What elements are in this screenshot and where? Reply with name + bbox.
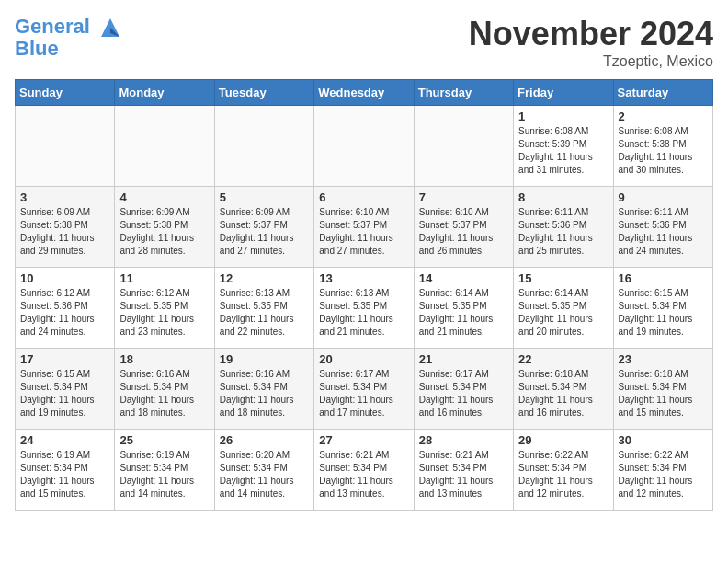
day-number: 21 [419, 352, 508, 366]
day-number: 12 [220, 271, 309, 285]
calendar-cell: 7Sunrise: 6:10 AMSunset: 5:37 PMDaylight… [414, 187, 513, 268]
calendar-week-row: 24Sunrise: 6:19 AMSunset: 5:34 PMDayligh… [16, 430, 713, 511]
day-number: 27 [319, 433, 408, 447]
calendar-day-header: Sunday [16, 80, 115, 106]
calendar-cell: 27Sunrise: 6:21 AMSunset: 5:34 PMDayligh… [314, 430, 414, 511]
day-info: Sunrise: 6:17 AMSunset: 5:34 PMDaylight:… [319, 368, 408, 419]
day-info: Sunrise: 6:19 AMSunset: 5:34 PMDaylight:… [20, 449, 109, 500]
logo: General Blue [15, 15, 123, 61]
day-number: 6 [319, 190, 408, 204]
calendar-cell: 19Sunrise: 6:16 AMSunset: 5:34 PMDayligh… [214, 349, 313, 430]
calendar-cell: 20Sunrise: 6:17 AMSunset: 5:34 PMDayligh… [314, 349, 414, 430]
calendar-cell: 6Sunrise: 6:10 AMSunset: 5:37 PMDaylight… [314, 187, 414, 268]
calendar-week-row: 3Sunrise: 6:09 AMSunset: 5:38 PMDaylight… [16, 187, 713, 268]
day-info: Sunrise: 6:14 AMSunset: 5:35 PMDaylight:… [518, 287, 608, 339]
calendar-cell: 17Sunrise: 6:15 AMSunset: 5:34 PMDayligh… [16, 349, 115, 430]
day-number: 28 [419, 433, 508, 447]
calendar-cell: 13Sunrise: 6:13 AMSunset: 5:35 PMDayligh… [314, 268, 414, 349]
calendar-cell: 22Sunrise: 6:18 AMSunset: 5:34 PMDayligh… [514, 349, 613, 430]
day-number: 5 [220, 190, 309, 204]
calendar-cell: 24Sunrise: 6:19 AMSunset: 5:34 PMDayligh… [16, 430, 115, 511]
day-info: Sunrise: 6:10 AMSunset: 5:37 PMDaylight:… [419, 206, 508, 258]
day-info: Sunrise: 6:19 AMSunset: 5:34 PMDaylight:… [119, 449, 209, 500]
day-info: Sunrise: 6:11 AMSunset: 5:36 PMDaylight:… [518, 206, 608, 258]
calendar-day-header: Monday [115, 80, 214, 106]
month-title: November 2024 [469, 15, 713, 53]
day-info: Sunrise: 6:10 AMSunset: 5:37 PMDaylight:… [319, 206, 408, 258]
logo-icon [97, 15, 123, 40]
day-info: Sunrise: 6:15 AMSunset: 5:34 PMDaylight:… [20, 368, 109, 419]
day-info: Sunrise: 6:09 AMSunset: 5:37 PMDaylight:… [220, 206, 309, 258]
day-info: Sunrise: 6:08 AMSunset: 5:38 PMDaylight:… [619, 125, 708, 177]
day-info: Sunrise: 6:17 AMSunset: 5:34 PMDaylight:… [419, 368, 508, 419]
day-number: 20 [319, 352, 408, 366]
calendar-cell: 18Sunrise: 6:16 AMSunset: 5:34 PMDayligh… [115, 349, 214, 430]
calendar-cell [115, 106, 214, 187]
day-number: 22 [518, 352, 608, 366]
day-number: 4 [119, 190, 209, 204]
day-info: Sunrise: 6:15 AMSunset: 5:34 PMDaylight:… [619, 287, 708, 339]
calendar-cell: 11Sunrise: 6:12 AMSunset: 5:35 PMDayligh… [115, 268, 214, 349]
calendar-day-header: Saturday [613, 80, 712, 106]
calendar-cell [214, 106, 313, 187]
day-number: 30 [619, 433, 708, 447]
day-info: Sunrise: 6:08 AMSunset: 5:39 PMDaylight:… [518, 125, 608, 177]
day-info: Sunrise: 6:21 AMSunset: 5:34 PMDaylight:… [319, 449, 408, 500]
calendar-day-header: Tuesday [214, 80, 313, 106]
day-number: 7 [419, 190, 508, 204]
calendar-cell: 29Sunrise: 6:22 AMSunset: 5:34 PMDayligh… [514, 430, 613, 511]
calendar-cell: 26Sunrise: 6:20 AMSunset: 5:34 PMDayligh… [214, 430, 313, 511]
title-block: November 2024 Tzoeptic, Mexico [469, 15, 713, 70]
calendar-cell: 30Sunrise: 6:22 AMSunset: 5:34 PMDayligh… [613, 430, 712, 511]
day-info: Sunrise: 6:12 AMSunset: 5:36 PMDaylight:… [20, 287, 109, 339]
calendar-cell [16, 106, 115, 187]
calendar-day-header: Friday [514, 80, 613, 106]
calendar-week-row: 17Sunrise: 6:15 AMSunset: 5:34 PMDayligh… [16, 349, 713, 430]
calendar-cell: 15Sunrise: 6:14 AMSunset: 5:35 PMDayligh… [514, 268, 613, 349]
day-info: Sunrise: 6:13 AMSunset: 5:35 PMDaylight:… [319, 287, 408, 339]
calendar-cell: 12Sunrise: 6:13 AMSunset: 5:35 PMDayligh… [214, 268, 313, 349]
day-number: 8 [518, 190, 608, 204]
page-header: General Blue November 2024 Tzoeptic, Mex… [15, 15, 713, 70]
calendar-header-row: SundayMondayTuesdayWednesdayThursdayFrid… [16, 80, 713, 106]
calendar-cell: 10Sunrise: 6:12 AMSunset: 5:36 PMDayligh… [16, 268, 115, 349]
day-number: 3 [20, 190, 109, 204]
calendar-cell: 5Sunrise: 6:09 AMSunset: 5:37 PMDaylight… [214, 187, 313, 268]
calendar-day-header: Wednesday [314, 80, 414, 106]
day-number: 19 [220, 352, 309, 366]
calendar-cell: 2Sunrise: 6:08 AMSunset: 5:38 PMDaylight… [613, 106, 712, 187]
day-info: Sunrise: 6:18 AMSunset: 5:34 PMDaylight:… [619, 368, 708, 419]
day-info: Sunrise: 6:14 AMSunset: 5:35 PMDaylight:… [419, 287, 508, 339]
day-info: Sunrise: 6:21 AMSunset: 5:34 PMDaylight:… [419, 449, 508, 500]
day-info: Sunrise: 6:11 AMSunset: 5:36 PMDaylight:… [619, 206, 708, 258]
day-number: 24 [20, 433, 109, 447]
day-number: 16 [619, 271, 708, 285]
calendar-cell: 23Sunrise: 6:18 AMSunset: 5:34 PMDayligh… [613, 349, 712, 430]
calendar-week-row: 10Sunrise: 6:12 AMSunset: 5:36 PMDayligh… [16, 268, 713, 349]
day-number: 14 [419, 271, 508, 285]
day-info: Sunrise: 6:22 AMSunset: 5:34 PMDaylight:… [619, 449, 708, 500]
calendar-body: 1Sunrise: 6:08 AMSunset: 5:39 PMDaylight… [16, 106, 713, 511]
day-number: 15 [518, 271, 608, 285]
calendar-cell: 21Sunrise: 6:17 AMSunset: 5:34 PMDayligh… [414, 349, 513, 430]
day-info: Sunrise: 6:20 AMSunset: 5:34 PMDaylight:… [220, 449, 309, 500]
day-number: 26 [220, 433, 309, 447]
calendar-cell: 14Sunrise: 6:14 AMSunset: 5:35 PMDayligh… [414, 268, 513, 349]
day-info: Sunrise: 6:16 AMSunset: 5:34 PMDaylight:… [220, 368, 309, 419]
calendar-cell: 3Sunrise: 6:09 AMSunset: 5:38 PMDaylight… [16, 187, 115, 268]
day-number: 23 [619, 352, 708, 366]
calendar-week-row: 1Sunrise: 6:08 AMSunset: 5:39 PMDaylight… [16, 106, 713, 187]
calendar-cell: 4Sunrise: 6:09 AMSunset: 5:38 PMDaylight… [115, 187, 214, 268]
calendar-cell: 16Sunrise: 6:15 AMSunset: 5:34 PMDayligh… [613, 268, 712, 349]
day-number: 2 [619, 109, 708, 123]
calendar-cell: 8Sunrise: 6:11 AMSunset: 5:36 PMDaylight… [514, 187, 613, 268]
calendar-table: SundayMondayTuesdayWednesdayThursdayFrid… [15, 79, 713, 511]
day-info: Sunrise: 6:16 AMSunset: 5:34 PMDaylight:… [119, 368, 209, 419]
day-number: 25 [119, 433, 209, 447]
day-number: 9 [619, 190, 708, 204]
day-info: Sunrise: 6:22 AMSunset: 5:34 PMDaylight:… [518, 449, 608, 500]
logo-line1: General [15, 15, 90, 38]
calendar-cell: 25Sunrise: 6:19 AMSunset: 5:34 PMDayligh… [115, 430, 214, 511]
day-number: 29 [518, 433, 608, 447]
calendar-cell: 28Sunrise: 6:21 AMSunset: 5:34 PMDayligh… [414, 430, 513, 511]
